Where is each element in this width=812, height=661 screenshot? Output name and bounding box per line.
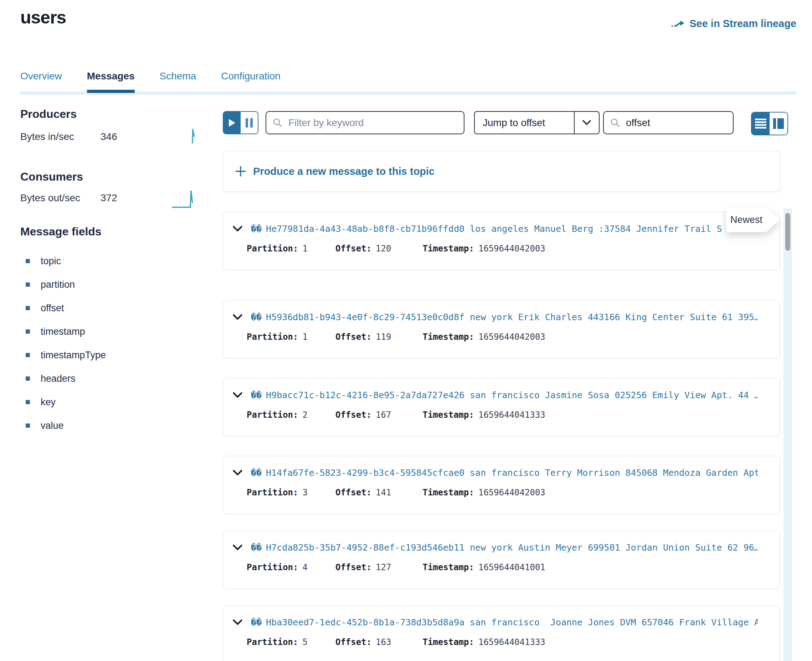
keyword-filter-input[interactable] (288, 117, 457, 129)
offset-search-input[interactable] (625, 117, 726, 129)
tab-configuration[interactable]: Configuration (221, 70, 280, 93)
plus-icon (235, 166, 246, 177)
bytes-out-value: 372 (101, 192, 117, 204)
chevron-down-icon[interactable] (233, 544, 242, 551)
field-bullet-icon (26, 400, 30, 404)
message-key: H9bacc71c-b12c-4216-8e95-2a7da727e426 sa… (266, 390, 758, 400)
consumers-heading: Consumers (20, 170, 83, 184)
select-caret-section (574, 112, 599, 134)
play-icon (228, 118, 236, 128)
partition-label: Partition: (247, 332, 298, 342)
produce-message-label: Produce a new message to this topic (253, 166, 434, 177)
message-meta: Partition:3 Offset:141 Timestamp:1659644… (247, 487, 545, 498)
chevron-down-icon[interactable] (233, 392, 242, 398)
partition-label: Partition: (247, 487, 298, 498)
search-icon (610, 118, 620, 128)
partition-label: Partition: (247, 637, 298, 647)
offset-value: 167 (376, 410, 391, 420)
partition-value: 1 (303, 332, 308, 342)
play-button[interactable] (224, 112, 240, 134)
timestamp-value: 1659644041001 (478, 562, 545, 572)
message-row[interactable]: �� H14fa67fe-5823-4299-b3c4-595845cfcae0… (223, 456, 780, 514)
partition-value: 4 (303, 562, 308, 572)
partition-label: Partition: (247, 244, 298, 254)
message-row[interactable]: �� He77981da-4a43-48ab-b8f8-cb71b96ffdd0… (223, 212, 780, 270)
message-field-headers[interactable]: headers (26, 367, 106, 390)
chevron-down-icon[interactable] (233, 619, 242, 625)
partition-value: 5 (303, 637, 308, 647)
field-bullet-icon (26, 306, 30, 310)
message-field-offset[interactable]: offset (26, 296, 106, 320)
partition-value: 1 (303, 244, 308, 254)
tab-schema[interactable]: Schema (160, 70, 196, 93)
message-key: H5936db81-b943-4e0f-8c29-74513e0c0d8f ne… (266, 312, 758, 322)
message-field-topic[interactable]: topic (26, 249, 106, 273)
field-bullet-icon (26, 283, 30, 287)
list-view-button[interactable] (752, 113, 770, 135)
timestamp-label: Timestamp: (423, 637, 474, 647)
message-row[interactable]: �� H5936db81-b943-4e0f-8c29-74513e0c0d8f… (223, 300, 780, 358)
offset-label: Offset: (335, 332, 372, 342)
produce-message-button[interactable]: Produce a new message to this topic (223, 151, 780, 192)
chevron-down-icon (583, 120, 591, 125)
message-field-timestamp[interactable]: timestamp (26, 320, 106, 343)
key-binary-glyphs: �� (251, 390, 262, 400)
key-binary-glyphs: �� (251, 312, 262, 322)
partition-label: Partition: (247, 562, 298, 572)
tab-messages[interactable]: Messages (87, 70, 135, 93)
chevron-down-icon[interactable] (233, 314, 242, 320)
timestamp-label: Timestamp: (423, 332, 474, 342)
message-meta: Partition:4 Offset:127 Timestamp:1659644… (247, 562, 545, 572)
pause-icon (245, 118, 253, 128)
messages-scrollbar-track[interactable] (783, 208, 792, 661)
bytes-in-label: Bytes in/sec (20, 131, 74, 142)
message-row[interactable]: �� Hba30eed7-1edc-452b-8b1a-738d3b5d8a9a… (223, 605, 780, 661)
message-field-key[interactable]: key (26, 390, 106, 414)
timestamp-value: 1659644042003 (478, 487, 545, 498)
message-key: Hba30eed7-1edc-452b-8b1a-738d3b5d8a9a sa… (266, 617, 758, 627)
bytes-out-sparkline (170, 188, 202, 209)
message-field-value[interactable]: value (26, 414, 106, 437)
bytes-out-label: Bytes out/sec (20, 192, 80, 204)
message-key: He77981da-4a43-48ab-b8f8-cb71b96ffdd0 lo… (266, 224, 722, 234)
chevron-down-icon[interactable] (233, 470, 242, 476)
timestamp-label: Timestamp: (423, 487, 474, 498)
timestamp-value: 1659644042003 (478, 332, 545, 342)
field-bullet-icon (26, 353, 30, 357)
page-title: users (20, 7, 66, 28)
columns-view-button[interactable] (770, 113, 787, 135)
search-icon (273, 118, 283, 128)
message-row[interactable]: �� H9bacc71c-b12c-4216-8e95-2a7da727e426… (223, 378, 780, 436)
offset-value: 141 (376, 487, 391, 498)
live-consume-toggle (223, 111, 258, 134)
offset-label: Offset: (335, 487, 372, 498)
message-meta: Partition:5 Offset:163 Timestamp:1659644… (247, 637, 545, 647)
stream-lineage-link[interactable]: See in Stream lineage (671, 18, 796, 30)
offset-value: 127 (376, 562, 391, 572)
timestamp-value: 1659644041333 (478, 637, 545, 647)
jump-to-offset-select[interactable]: Jump to offset (474, 111, 599, 134)
offset-search-field (603, 111, 734, 134)
chevron-down-icon[interactable] (233, 226, 242, 232)
field-bullet-icon (26, 423, 30, 428)
message-meta: Partition:1 Offset:120 Timestamp:1659644… (247, 244, 545, 254)
messages-scrollbar-thumb[interactable] (785, 213, 790, 251)
message-field-partition[interactable]: partition (26, 273, 106, 296)
partition-value: 2 (303, 410, 308, 420)
message-field-timestampType[interactable]: timestampType (26, 343, 106, 367)
key-binary-glyphs: �� (251, 543, 262, 553)
pause-button[interactable] (240, 112, 258, 134)
message-meta: Partition:2 Offset:167 Timestamp:1659644… (247, 410, 545, 420)
list-view-icon (755, 118, 766, 129)
timestamp-value: 1659644041333 (478, 410, 545, 420)
dashed-arrow-right-icon (671, 19, 685, 29)
offset-value: 120 (376, 244, 391, 254)
message-row[interactable]: �� H7cda825b-35b7-4952-88ef-c193d546eb11… (223, 531, 780, 589)
timestamp-label: Timestamp: (423, 244, 474, 254)
jump-to-offset-value: Jump to offset (475, 117, 574, 129)
bytes-in-sparkline (174, 127, 199, 145)
tab-overview[interactable]: Overview (20, 70, 62, 93)
tab-bar: Overview Messages Schema Configuration (20, 70, 796, 93)
field-bullet-icon (26, 259, 30, 263)
view-mode-toggle (751, 112, 788, 135)
